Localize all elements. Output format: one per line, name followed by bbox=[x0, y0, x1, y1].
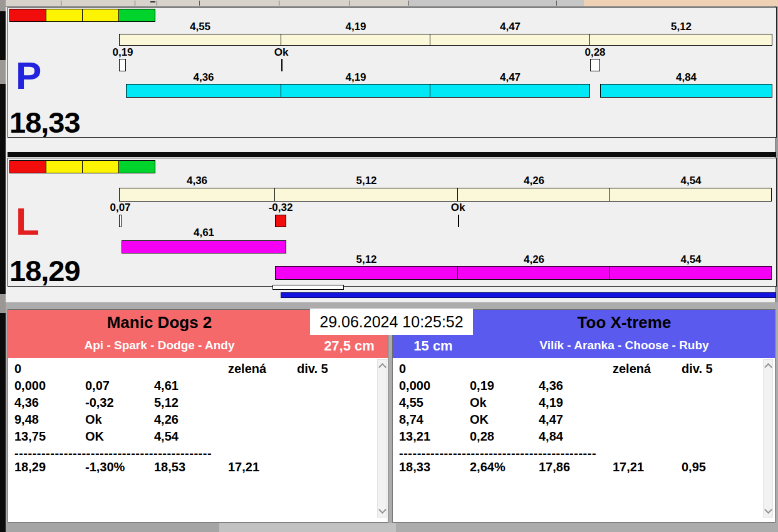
status-box bbox=[118, 9, 155, 22]
exchange-label: Ok bbox=[256, 47, 306, 58]
table-cell: Ok bbox=[85, 412, 102, 427]
minimize-glyph bbox=[150, 1, 155, 3]
results-scrollbar[interactable] bbox=[377, 359, 387, 518]
exchange-label: Ok bbox=[433, 202, 483, 213]
segment-time-label: 5,12 bbox=[262, 175, 470, 186]
segment-time-label: 4,54 bbox=[598, 254, 778, 265]
table-cell: 9,48 bbox=[14, 412, 39, 427]
time-bar-segment bbox=[119, 34, 281, 46]
totals-row: 18,332,64%17,8617,210,95 bbox=[393, 460, 775, 477]
table-cell: 4,36 bbox=[539, 379, 563, 393]
segment-time-label: 4,55 bbox=[106, 21, 294, 32]
background-window-edge bbox=[0, 0, 6, 532]
team-name: Too X-treme bbox=[474, 313, 775, 332]
segment-time-label: 4,26 bbox=[445, 254, 623, 265]
jump-height-badge: 15 cm bbox=[393, 338, 474, 354]
team-title-zone: Too X-treme Vilík - Aranka - Choose - Ru… bbox=[474, 310, 775, 358]
toolbar-tan-block bbox=[584, 0, 778, 6]
table-cell: -0,32 bbox=[85, 396, 114, 410]
segment-time-label: 4,47 bbox=[418, 21, 603, 32]
table-cell: 4,47 bbox=[539, 412, 563, 427]
time-bar-segment bbox=[589, 34, 772, 46]
lane-p-panel: P 18,33 4,554,194,475,124,364,194,474,84… bbox=[8, 7, 777, 138]
table-cell: 13,75 bbox=[14, 429, 46, 444]
status-box bbox=[46, 9, 83, 22]
split-row: 0zelenádiv. 5 bbox=[393, 362, 775, 379]
segment-time-label: 4,26 bbox=[445, 175, 623, 186]
segment-time-label: 4,36 bbox=[106, 175, 288, 186]
segment-time-label: 4,84 bbox=[588, 72, 778, 83]
progress-bar bbox=[281, 292, 776, 298]
lost-time-box bbox=[119, 215, 122, 227]
toolbar-tick bbox=[279, 1, 279, 6]
time-bar-segment bbox=[457, 188, 610, 202]
table-cell: 4,26 bbox=[154, 412, 179, 427]
lane-p-total-time: 18,33 bbox=[9, 108, 80, 137]
lost-time-box bbox=[275, 215, 286, 227]
exchange-ok-tick bbox=[458, 215, 459, 227]
toolbar-tick bbox=[350, 1, 350, 6]
table-cell: 0 bbox=[399, 362, 406, 376]
table-cell: 18,29 bbox=[14, 460, 46, 474]
bottom-strip-segment bbox=[6, 523, 219, 532]
table-cell: 17,21 bbox=[228, 460, 259, 474]
team-panel-right: Too X-treme Vilík - Aranka - Choose - Ru… bbox=[392, 309, 775, 523]
split-row: 13,210,284,84 bbox=[393, 429, 775, 446]
table-cell: 0,28 bbox=[470, 429, 494, 444]
exchange-ok-tick bbox=[281, 59, 283, 71]
jump-height-badge: 27,5 cm bbox=[311, 338, 388, 354]
progress-outline-box bbox=[272, 285, 344, 290]
lane-l-panel: L 18,29 4,365,124,264,544,615,124,264,54… bbox=[8, 158, 777, 287]
status-box bbox=[9, 9, 46, 22]
scroll-up-icon[interactable] bbox=[764, 363, 772, 371]
table-cell: 18,33 bbox=[399, 460, 430, 474]
table-cell: 2,64% bbox=[470, 460, 506, 474]
table-cell: 4,55 bbox=[399, 396, 423, 410]
edge-notch bbox=[0, 0, 6, 11]
table-separator: ----------------------------------------… bbox=[14, 446, 231, 460]
status-box bbox=[46, 160, 83, 173]
lane-letter-l: L bbox=[16, 202, 39, 241]
team-name: Manic Dogs 2 bbox=[8, 313, 311, 332]
table-cell: 0,000 bbox=[14, 379, 46, 393]
table-cell: 0,07 bbox=[85, 379, 110, 393]
segment-time-label: 5,12 bbox=[578, 21, 778, 32]
segment-time-label: 5,12 bbox=[262, 254, 470, 265]
table-cell: 4,84 bbox=[539, 429, 563, 444]
toolbar-tick bbox=[408, 1, 409, 6]
split-row: 4,36-0,325,12 bbox=[8, 396, 388, 412]
time-bar-segment bbox=[281, 34, 430, 46]
team-dog-names: Api - Spark - Dodge - Andy bbox=[8, 339, 311, 352]
table-cell: 0,95 bbox=[682, 460, 706, 474]
status-box bbox=[118, 160, 155, 173]
lost-time-box bbox=[119, 59, 126, 71]
split-row: 0,0000,194,36 bbox=[393, 379, 775, 396]
time-bar-segment bbox=[122, 240, 286, 253]
toolbar-tick bbox=[199, 1, 200, 6]
toolbar-shade bbox=[408, 0, 584, 6]
time-bar-segment bbox=[119, 188, 275, 202]
table-cell: 13,21 bbox=[399, 429, 430, 444]
time-bar-segment bbox=[126, 84, 281, 98]
segment-time-label: 4,19 bbox=[269, 72, 443, 83]
scroll-up-icon[interactable] bbox=[378, 363, 386, 371]
results-table[interactable]: 0zelenádiv. 50,0000,074,614,36-0,325,129… bbox=[8, 358, 388, 522]
table-cell: 4,19 bbox=[539, 396, 563, 410]
status-box bbox=[9, 160, 46, 173]
table-cell: 18,53 bbox=[154, 460, 185, 474]
time-bar-segment bbox=[274, 188, 458, 202]
scroll-down-icon[interactable] bbox=[378, 506, 386, 514]
results-scrollbar[interactable] bbox=[763, 359, 773, 518]
split-row: 0zelenádiv. 5 bbox=[8, 362, 388, 379]
table-cell: OK bbox=[470, 412, 489, 427]
table-cell: 17,21 bbox=[613, 460, 644, 474]
results-table[interactable]: 0zelenádiv. 50,0000,194,364,55Ok4,198,74… bbox=[393, 358, 775, 522]
time-bar-segment bbox=[457, 266, 610, 280]
bottom-strip-segment bbox=[219, 523, 396, 532]
split-row: 8,74OK4,47 bbox=[393, 412, 775, 429]
datetime-display: 29.06.2024 10:25:52 bbox=[310, 309, 473, 335]
toolbar-tick bbox=[61, 1, 61, 6]
lost-time-label: 0,28 bbox=[567, 47, 623, 58]
segment-time-label: 4,19 bbox=[269, 21, 443, 32]
scroll-down-icon[interactable] bbox=[764, 506, 772, 514]
